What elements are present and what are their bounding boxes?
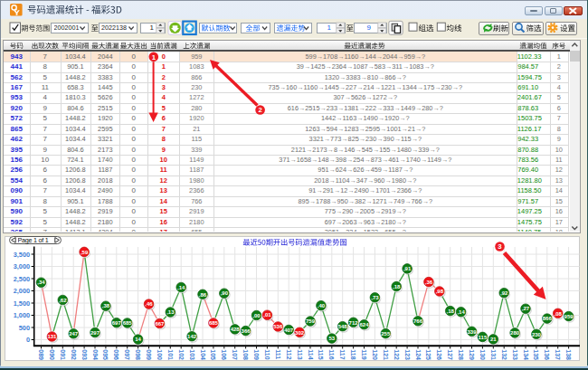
svg-text:2,500: 2,500 <box>14 275 30 283</box>
svg-text:759: 759 <box>306 318 316 324</box>
svg-text:,01: ,01 <box>263 312 271 318</box>
svg-text:,98: ,98 <box>436 289 444 294</box>
svg-text:095: 095 <box>102 349 109 360</box>
svg-text:53: 53 <box>328 336 335 341</box>
svg-text:105: 105 <box>210 349 216 360</box>
svg-text:,27: ,27 <box>522 306 530 311</box>
svg-text:099: 099 <box>146 349 152 360</box>
svg-text:,13: ,13 <box>166 309 175 315</box>
svg-text:339: 339 <box>467 329 477 335</box>
svg-text:106: 106 <box>221 349 227 360</box>
svg-text:,00: ,00 <box>252 313 261 318</box>
svg-text:0: 0 <box>26 336 30 344</box>
svg-text:129: 129 <box>469 349 475 360</box>
svg-text:098: 098 <box>135 349 141 360</box>
svg-text:118: 118 <box>350 349 356 359</box>
svg-text:366: 366 <box>242 328 251 334</box>
svg-text:428: 428 <box>231 327 241 332</box>
svg-text:,14: ,14 <box>177 285 185 290</box>
svg-text:548: 548 <box>338 324 348 329</box>
svg-text:133: 133 <box>512 349 518 360</box>
svg-text:1,000: 1,000 <box>14 311 30 319</box>
svg-text:091: 091 <box>60 349 66 360</box>
svg-text:117: 117 <box>339 349 346 359</box>
svg-text:102: 102 <box>178 349 185 360</box>
svg-text:134: 134 <box>523 349 529 360</box>
svg-text:297: 297 <box>90 330 100 336</box>
svg-text:959: 959 <box>564 314 574 319</box>
svg-text:130: 130 <box>479 349 486 360</box>
svg-text:697: 697 <box>112 320 122 326</box>
svg-text:685: 685 <box>123 320 133 326</box>
svg-text:111: 111 <box>275 349 281 359</box>
svg-text:096: 096 <box>113 349 119 360</box>
svg-text:685: 685 <box>209 320 219 326</box>
svg-text:,90: ,90 <box>221 290 229 296</box>
svg-text:126: 126 <box>436 349 442 360</box>
svg-text:114: 114 <box>308 349 314 359</box>
svg-text:667: 667 <box>155 321 165 327</box>
svg-text:121: 121 <box>383 349 389 360</box>
svg-text:092: 092 <box>71 349 77 360</box>
svg-text:103: 103 <box>189 349 195 360</box>
svg-text:116: 116 <box>328 349 335 359</box>
svg-text:1,500: 1,500 <box>14 299 30 308</box>
svg-text:14: 14 <box>135 337 141 342</box>
svg-text:407: 407 <box>284 327 294 333</box>
svg-text:3,000: 3,000 <box>14 262 30 270</box>
svg-text:230: 230 <box>532 332 542 337</box>
svg-text:,62: ,62 <box>59 298 67 303</box>
svg-text:131: 131 <box>490 349 497 360</box>
svg-text:500: 500 <box>19 324 30 332</box>
svg-text:093: 093 <box>81 349 88 360</box>
svg-text:1: 1 <box>152 53 156 62</box>
svg-text:21: 21 <box>490 337 497 342</box>
svg-text:142: 142 <box>187 334 197 339</box>
svg-text:107: 107 <box>232 349 238 360</box>
svg-text:108: 108 <box>242 349 249 360</box>
svg-text:104: 104 <box>200 349 206 360</box>
svg-text:101: 101 <box>167 349 174 360</box>
svg-text:127: 127 <box>447 349 453 360</box>
svg-text:137: 137 <box>555 349 561 360</box>
svg-text:125: 125 <box>425 349 432 360</box>
svg-text:,34: ,34 <box>37 280 45 285</box>
svg-text:110: 110 <box>264 349 270 359</box>
svg-text:112: 112 <box>286 349 292 359</box>
svg-text:115: 115 <box>479 335 488 340</box>
svg-text:131: 131 <box>47 334 57 339</box>
svg-text:135: 135 <box>533 349 539 360</box>
svg-text:,08: ,08 <box>555 311 563 317</box>
svg-text:302: 302 <box>295 330 305 336</box>
svg-text:128: 128 <box>458 349 464 360</box>
svg-text:122: 122 <box>394 349 400 360</box>
svg-text:136: 136 <box>544 349 550 360</box>
svg-text:100: 100 <box>156 349 163 360</box>
svg-text:2: 2 <box>258 106 262 114</box>
svg-text:255: 255 <box>381 331 391 337</box>
svg-text:123: 123 <box>404 349 411 360</box>
svg-text:,73: ,73 <box>371 295 379 300</box>
svg-text:280: 280 <box>510 330 520 336</box>
svg-text:120: 120 <box>372 349 378 360</box>
svg-text:536: 536 <box>273 324 283 329</box>
svg-text:090: 090 <box>49 349 55 360</box>
svg-text:,18: ,18 <box>447 308 455 314</box>
svg-text:119: 119 <box>361 349 367 359</box>
svg-text:712: 712 <box>349 320 359 326</box>
svg-text:,91: ,91 <box>403 266 412 271</box>
svg-text:094: 094 <box>92 349 99 360</box>
svg-text:,40: ,40 <box>318 303 326 308</box>
svg-text:124: 124 <box>415 349 422 360</box>
svg-text:097: 097 <box>124 349 130 360</box>
svg-text:,38: ,38 <box>102 303 110 308</box>
svg-text:3,500: 3,500 <box>14 251 30 259</box>
svg-text:766: 766 <box>413 318 423 324</box>
svg-text:,36: ,36 <box>425 280 433 285</box>
svg-text:132: 132 <box>501 349 507 360</box>
svg-text:,46: ,46 <box>145 301 153 307</box>
svg-text:624: 624 <box>359 322 369 327</box>
svg-text:,14: ,14 <box>457 309 465 315</box>
svg-text:,86: ,86 <box>199 292 207 298</box>
svg-text:3: 3 <box>498 242 502 251</box>
